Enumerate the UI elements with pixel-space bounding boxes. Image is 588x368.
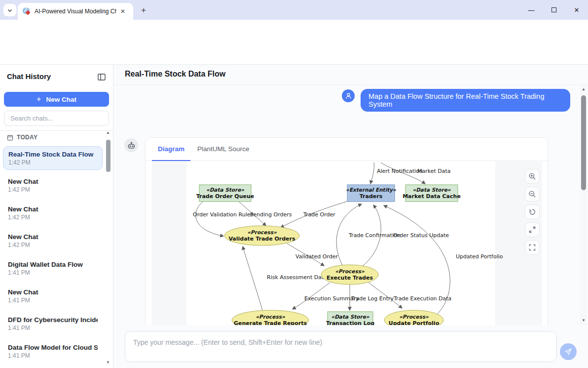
zoom-out-icon[interactable] bbox=[525, 187, 540, 202]
plus-icon: + bbox=[37, 95, 41, 104]
chat-scrollbar: ▲ ▼ bbox=[580, 85, 587, 325]
chat-history-item[interactable]: Data Flow Model for Cloud S...1:41 PM bbox=[3, 344, 103, 364]
svg-text:«Process»: «Process» bbox=[399, 314, 429, 320]
svg-text:Update Portfolio: Update Portfolio bbox=[389, 320, 440, 325]
svg-text:Trade Order Queue: Trade Order Queue bbox=[196, 193, 255, 200]
app-header: Chatbot Powered by Visual Paradigm More … bbox=[0, 42, 588, 65]
sidebar-scroll-up-icon[interactable]: ▲ bbox=[105, 130, 111, 136]
diagram-node: «Process»Execute Trades bbox=[321, 265, 378, 285]
svg-text:Execute Trades: Execute Trades bbox=[327, 275, 373, 281]
tab-plantuml-source[interactable]: PlantUML Source bbox=[197, 145, 249, 153]
svg-text:«External Entity»: «External Entity» bbox=[346, 187, 396, 193]
edge-label: Validated Order bbox=[295, 253, 338, 260]
sidebar-scroll-down-icon[interactable]: ▼ bbox=[105, 360, 111, 366]
edge-label: Trade Execution Data bbox=[393, 295, 451, 302]
main-content: Real-Time Stock Data Flow Map a Data Flo… bbox=[113, 65, 588, 368]
send-plane-icon bbox=[564, 348, 572, 356]
diagram-tabbar: Diagram PlantUML Source bbox=[146, 138, 548, 161]
active-tab-underline bbox=[152, 160, 190, 161]
chat-history-item[interactable]: New Chat1:42 PM bbox=[3, 233, 103, 253]
tab-close-icon[interactable]: ✕ bbox=[118, 7, 127, 16]
edge-label: Trade Log Entry bbox=[351, 295, 394, 302]
tab-title: AI-Powered Visual Modeling Ch bbox=[35, 8, 116, 15]
diagram-card: Diagram PlantUML Source Alert Notificati… bbox=[145, 137, 548, 325]
edge-label: Order Validation Rules bbox=[193, 211, 254, 218]
window-minimize-icon[interactable]: — bbox=[520, 0, 543, 20]
window-maximize-icon[interactable] bbox=[543, 0, 565, 20]
diagram-node: «External Entity»Traders bbox=[346, 185, 396, 202]
browser-toolbar: ← → ai-toolbox.visual-paradigm.com/app/c… bbox=[0, 20, 588, 42]
person-icon bbox=[345, 92, 352, 100]
new-chat-button[interactable]: + New Chat bbox=[4, 92, 109, 107]
tab-search-chevron-icon[interactable] bbox=[3, 4, 16, 16]
bot-avatar bbox=[124, 138, 138, 152]
edge-label: Pending Orders bbox=[250, 211, 292, 218]
edge-label: Order Status Update bbox=[393, 232, 449, 239]
diagram-node: «Process»Validate Trade Orders bbox=[224, 226, 299, 245]
edge-label: Risk Assessment Data bbox=[267, 274, 327, 281]
collapse-panel-icon[interactable] bbox=[97, 73, 106, 83]
svg-text:«Process»: «Process» bbox=[247, 229, 277, 235]
fullscreen-icon[interactable] bbox=[525, 240, 540, 255]
message-input[interactable] bbox=[125, 331, 556, 362]
edge-label: Alert Notification bbox=[377, 168, 423, 174]
window-controls: — ✕ bbox=[520, 0, 588, 20]
chat-history-item[interactable]: New Chat1:42 PM bbox=[3, 205, 103, 225]
message-input-box bbox=[125, 331, 557, 362]
dataflow-diagram: Alert NotificationMarket DataOrder Valid… bbox=[152, 162, 542, 325]
calendar-icon bbox=[7, 134, 13, 141]
edge-label: Market Data bbox=[417, 168, 451, 174]
svg-text:Traders: Traders bbox=[360, 193, 383, 200]
conversation-title: Real-Time Stock Data Flow bbox=[125, 70, 225, 79]
chat-history-item[interactable]: DFD for Cybersecurity Incide...1:41 PM bbox=[3, 316, 103, 336]
user-message-avatar bbox=[342, 89, 355, 102]
screen: AI-Powered Visual Modeling Ch ✕ + — ✕ ← … bbox=[0, 0, 588, 368]
chat-scrollbar-thumb[interactable] bbox=[581, 95, 586, 190]
chat-history-item[interactable]: New Chat1:41 PM bbox=[3, 288, 103, 308]
user-message-bubble: Map a Data Flow Structure for Real-Time … bbox=[361, 89, 570, 112]
edge-label: Updated Portfolio bbox=[456, 253, 503, 260]
svg-text:Market Data Cache: Market Data Cache bbox=[403, 193, 461, 200]
chat-messages-area: Map a Data Flow Structure for Real-Time … bbox=[113, 85, 580, 325]
new-tab-button[interactable]: + bbox=[138, 5, 149, 16]
sidebar-scrollbar-thumb[interactable] bbox=[106, 140, 110, 172]
diagram-viewport[interactable]: Alert NotificationMarket DataOrder Valid… bbox=[152, 162, 542, 325]
edge-label: Trade Order bbox=[303, 211, 335, 218]
send-button[interactable] bbox=[560, 343, 577, 360]
svg-text:«Process»: «Process» bbox=[335, 268, 365, 274]
svg-text:«Data Store»: «Data Store» bbox=[331, 314, 369, 320]
window-close-icon[interactable]: ✕ bbox=[565, 0, 588, 20]
tab-diagram[interactable]: Diagram bbox=[152, 145, 190, 153]
edge-label: Trade Confirmation bbox=[348, 232, 401, 239]
browser-tab[interactable]: AI-Powered Visual Modeling Ch ✕ bbox=[18, 3, 133, 20]
svg-text:«Data Store»: «Data Store» bbox=[206, 187, 244, 193]
scroll-down-icon[interactable]: ▼ bbox=[580, 318, 587, 323]
diagram-node: «Data Store»Transaction Log bbox=[326, 312, 374, 325]
robot-icon bbox=[127, 141, 136, 150]
diagram-node: «Data Store»Trade Order Queue bbox=[196, 185, 255, 202]
zoom-in-icon[interactable] bbox=[525, 169, 540, 184]
today-section-label: TODAY bbox=[7, 134, 37, 141]
chat-history-item[interactable]: Real-Time Stock Data Flow1:42 PM bbox=[3, 146, 103, 170]
svg-text:Validate Trade Orders: Validate Trade Orders bbox=[228, 236, 295, 242]
favicon-visual-paradigm bbox=[23, 7, 31, 15]
sidebar-divider bbox=[0, 130, 113, 131]
fit-to-screen-icon[interactable] bbox=[525, 222, 540, 237]
reset-view-icon[interactable] bbox=[525, 204, 540, 219]
diagram-node: «Data Store»Market Data Cache bbox=[403, 185, 461, 202]
conversation-header: Real-Time Stock Data Flow bbox=[113, 65, 588, 85]
svg-text:«Process»: «Process» bbox=[256, 314, 285, 320]
svg-text:«Data Store»: «Data Store» bbox=[412, 187, 450, 193]
browser-tab-strip: AI-Powered Visual Modeling Ch ✕ + — ✕ bbox=[0, 0, 588, 20]
svg-text:Generate Trade Reports: Generate Trade Reports bbox=[234, 320, 307, 325]
scroll-up-icon[interactable]: ▲ bbox=[580, 87, 587, 91]
sidebar-title: Chat History bbox=[7, 72, 51, 81]
sidebar: Chat History + New Chat TODAY Real-Time … bbox=[0, 65, 113, 368]
svg-text:Transaction Log: Transaction Log bbox=[326, 320, 374, 325]
chat-history-item[interactable]: Digital Wallet Data Flow1:41 PM bbox=[3, 261, 103, 281]
chat-history-item[interactable]: New Chat1:42 PM bbox=[3, 178, 103, 198]
search-chats-input[interactable] bbox=[4, 111, 109, 126]
message-input-area bbox=[113, 325, 588, 368]
